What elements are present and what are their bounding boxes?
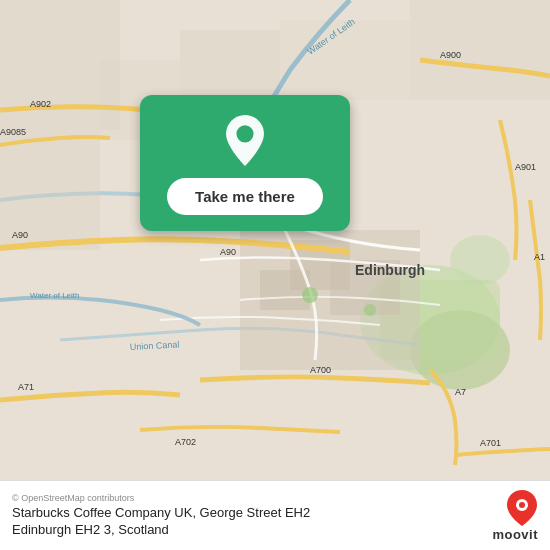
svg-point-35: [519, 502, 525, 508]
svg-point-31: [302, 287, 318, 303]
moovit-logo: moovit: [492, 489, 538, 542]
take-me-there-button[interactable]: Take me there: [167, 178, 323, 215]
svg-text:A701: A701: [480, 438, 501, 448]
svg-rect-10: [410, 0, 550, 100]
svg-text:Edinburgh: Edinburgh: [355, 262, 425, 278]
svg-point-32: [364, 304, 376, 316]
info-text-block: © OpenStreetMap contributors Starbucks C…: [12, 493, 482, 539]
svg-text:A7: A7: [455, 387, 466, 397]
svg-text:A9085: A9085: [0, 127, 26, 137]
openstreetmap-credit: © OpenStreetMap contributors: [12, 493, 482, 503]
svg-point-33: [236, 125, 253, 142]
location-name: Starbucks Coffee Company UK, George Stre…: [12, 505, 482, 539]
moovit-pin-icon: [506, 489, 538, 527]
map-svg: A902 A9085 A900 A901 A1 A90 A90 A71 A702…: [0, 0, 550, 480]
svg-text:A90: A90: [220, 247, 236, 257]
location-pin-icon: [221, 113, 269, 168]
svg-text:A902: A902: [30, 99, 51, 109]
svg-rect-13: [260, 270, 310, 310]
svg-text:A700: A700: [310, 365, 331, 375]
svg-point-3: [450, 235, 510, 285]
svg-text:A702: A702: [175, 437, 196, 447]
svg-rect-8: [180, 30, 280, 100]
svg-text:Water of Leith: Water of Leith: [30, 291, 80, 300]
svg-text:A71: A71: [18, 382, 34, 392]
popup-card: Take me there: [140, 95, 350, 231]
moovit-brand-text: moovit: [492, 527, 538, 542]
svg-text:A900: A900: [440, 50, 461, 60]
location-line2: Edinburgh EH2 3, Scotland: [12, 522, 169, 537]
location-line1: Starbucks Coffee Company UK, George Stre…: [12, 505, 310, 520]
svg-text:A1: A1: [534, 252, 545, 262]
map-container: A902 A9085 A900 A901 A1 A90 A90 A71 A702…: [0, 0, 550, 480]
svg-text:A90: A90: [12, 230, 28, 240]
svg-text:A901: A901: [515, 162, 536, 172]
info-bar: © OpenStreetMap contributors Starbucks C…: [0, 480, 550, 550]
